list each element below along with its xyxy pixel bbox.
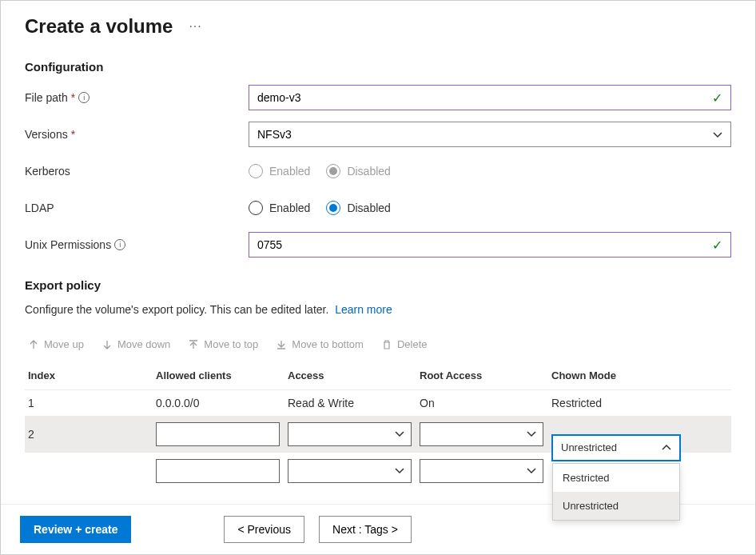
move-bottom-button[interactable]: Move to bottom: [276, 338, 364, 350]
move-down-button[interactable]: Move down: [101, 338, 170, 350]
kerberos-disabled-radio: Disabled: [326, 164, 390, 178]
unix-permissions-value: 0755: [257, 238, 282, 251]
enabled-label: Enabled: [269, 165, 310, 178]
file-path-value: demo-v3: [257, 91, 300, 104]
cell-index: 1: [28, 397, 156, 409]
cell-clients: 0.0.0.0/0: [156, 397, 288, 409]
ldap-enabled-radio[interactable]: Enabled: [249, 201, 310, 215]
move-top-button[interactable]: Move to top: [188, 338, 258, 350]
info-icon[interactable]: i: [78, 92, 90, 103]
delete-button[interactable]: Delete: [381, 338, 428, 350]
ldap-label: LDAP: [25, 202, 54, 214]
access-select[interactable]: [288, 422, 412, 446]
info-icon[interactable]: i: [114, 239, 125, 250]
dropdown-option-restricted[interactable]: Restricted: [553, 464, 679, 492]
chevron-up-icon: [662, 443, 671, 453]
dropdown-option-unrestricted[interactable]: Unrestricted: [553, 492, 679, 520]
file-path-label: File path: [25, 91, 68, 104]
versions-value: NFSv3: [257, 128, 292, 141]
chevron-down-icon: [527, 466, 536, 476]
arrow-up-icon: [28, 339, 39, 350]
trash-icon: [381, 339, 392, 350]
file-path-input[interactable]: demo-v3 ✓: [249, 85, 731, 110]
header-index: Index: [28, 369, 156, 381]
versions-label: Versions: [25, 128, 68, 141]
root-access-select[interactable]: [420, 459, 543, 483]
versions-select[interactable]: NFSv3: [249, 122, 731, 147]
header-clients: Allowed clients: [156, 369, 288, 381]
chown-mode-select[interactable]: Unrestricted Restricted Unrestricted: [551, 434, 681, 461]
unix-permissions-input[interactable]: 0755 ✓: [249, 232, 731, 258]
radio-icon: [249, 164, 263, 178]
table-row[interactable]: 1 0.0.0.0/0 Read & Write On Restricted: [25, 390, 731, 416]
export-description: Configure the volume's export policy. Th…: [25, 303, 328, 316]
ldap-disabled-radio[interactable]: Disabled: [326, 201, 390, 215]
table-row[interactable]: 2 Unrestricted Restri: [25, 416, 731, 453]
page-title: Create a volume: [25, 15, 173, 38]
header-access: Access: [288, 369, 420, 381]
chevron-down-icon: [395, 429, 404, 439]
valid-check-icon: ✓: [712, 90, 722, 106]
learn-more-link[interactable]: Learn more: [335, 303, 392, 316]
move-down-label: Move down: [117, 338, 170, 350]
previous-button[interactable]: < Previous: [224, 516, 304, 543]
header-chown: Chown Mode: [551, 369, 728, 381]
move-top-label: Move to top: [204, 338, 258, 350]
kerberos-label: Kerberos: [25, 165, 70, 178]
header-root: Root Access: [420, 369, 551, 381]
arrow-top-icon: [188, 339, 199, 350]
cell-access: Read & Write: [288, 397, 420, 409]
disabled-label: Disabled: [347, 165, 390, 178]
kerberos-enabled-radio: Enabled: [249, 164, 310, 178]
chevron-down-icon: [527, 429, 536, 439]
cell-index: 2: [28, 428, 156, 441]
allowed-clients-input[interactable]: [156, 422, 280, 446]
review-create-button[interactable]: Review + create: [20, 516, 131, 543]
access-select[interactable]: [288, 459, 412, 483]
allowed-clients-input[interactable]: [156, 459, 280, 483]
cell-chown: Restricted: [551, 397, 728, 409]
move-up-label: Move up: [44, 338, 84, 350]
chown-dropdown-panel: Restricted Unrestricted: [552, 463, 680, 521]
arrow-down-icon: [101, 339, 113, 350]
next-button[interactable]: Next : Tags >: [319, 516, 412, 543]
move-up-button[interactable]: Move up: [28, 338, 84, 350]
chown-selected-value: Unrestricted: [561, 441, 617, 453]
move-bottom-label: Move to bottom: [292, 338, 364, 350]
export-policy-heading: Export policy: [25, 278, 731, 292]
valid-check-icon: ✓: [712, 238, 722, 253]
unix-permissions-label: Unix Permissions: [25, 238, 111, 251]
more-actions-icon[interactable]: ···: [189, 19, 201, 34]
radio-icon: [249, 201, 263, 215]
config-heading: Configuration: [25, 60, 731, 74]
root-access-select[interactable]: [420, 422, 543, 446]
chevron-down-icon: [713, 130, 722, 139]
radio-icon: [326, 201, 340, 215]
required-indicator: *: [71, 91, 75, 104]
chevron-down-icon: [395, 466, 404, 476]
cell-root: On: [420, 397, 551, 409]
disabled-label: Disabled: [347, 202, 390, 214]
radio-icon: [326, 164, 340, 178]
delete-label: Delete: [397, 338, 428, 350]
required-indicator: *: [71, 128, 75, 141]
arrow-bottom-icon: [276, 339, 287, 350]
enabled-label: Enabled: [269, 202, 310, 214]
